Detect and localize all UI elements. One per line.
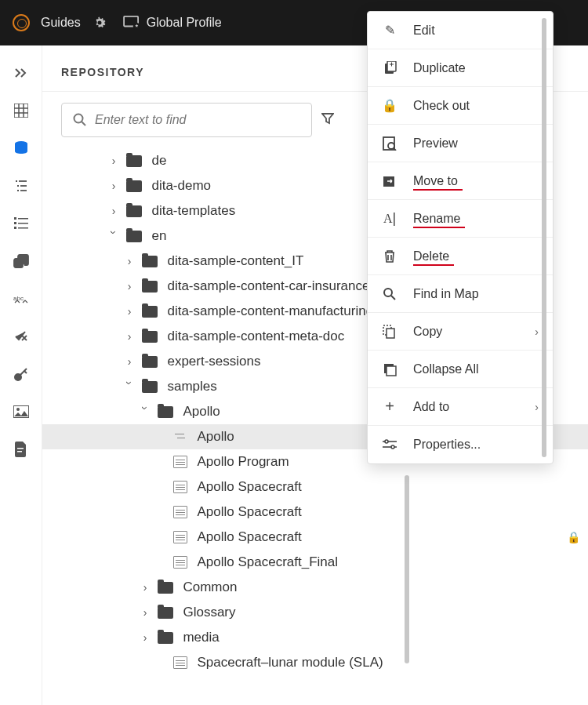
tree-folder-glossary[interactable]: › Glossary [42, 600, 588, 625]
folder-icon [142, 306, 158, 318]
folder-icon [126, 231, 142, 242]
folder-icon [158, 632, 173, 644]
topic-icon [173, 456, 187, 468]
document-icon[interactable] [13, 441, 30, 458]
svg-rect-16 [14, 222, 16, 224]
svg-rect-14 [14, 217, 16, 220]
tree-item-apollo-sc-final[interactable]: Apollo Spacecraft_Final [42, 550, 588, 575]
menu-move-to[interactable]: Move to [368, 162, 553, 200]
svg-point-34 [388, 143, 394, 149]
menu-scrollbar[interactable] [542, 18, 546, 457]
key-icon[interactable] [13, 365, 30, 383]
reuse-icon[interactable] [13, 253, 30, 270]
folder-icon [158, 582, 173, 594]
menu-duplicate[interactable]: Duplicate [368, 49, 553, 87]
svg-point-24 [16, 408, 20, 411]
svg-rect-26 [17, 451, 22, 452]
collapse-icon [382, 362, 397, 377]
svg-rect-18 [14, 227, 16, 229]
menu-find-in-map[interactable]: Find in Map [368, 275, 553, 313]
svg-rect-42 [387, 366, 396, 376]
menu-properties[interactable]: Properties... [368, 426, 553, 463]
menu-rename[interactable]: A|Rename [368, 200, 553, 238]
search-box[interactable] [61, 103, 312, 137]
folder-icon [142, 356, 158, 368]
pencil-icon: ✎ [382, 23, 397, 38]
profile-label: Global Profile [147, 16, 222, 30]
svg-rect-15 [18, 218, 28, 220]
app-label: Guides [41, 16, 81, 30]
menu-check-out[interactable]: 🔒Check out [368, 87, 553, 125]
left-icon-rail: abc [0, 45, 42, 705]
folder-icon [126, 205, 142, 217]
menu-edit[interactable]: ✎Edit [368, 12, 553, 49]
context-menu: ✎Edit Duplicate 🔒Check out Preview Move … [367, 11, 554, 464]
duplicate-icon [382, 60, 397, 76]
svg-rect-17 [18, 223, 28, 224]
repository-panel: REPOSITORY › de › dita-demo › dita-templ… [42, 45, 588, 705]
folder-icon [126, 180, 142, 192]
topic-icon [173, 481, 187, 493]
trash-icon [382, 249, 397, 264]
lock-icon: 🔒 [382, 98, 397, 114]
outline-icon[interactable] [13, 177, 30, 194]
list-icon[interactable] [13, 215, 30, 232]
sliders-icon [382, 437, 397, 452]
search-icon [382, 286, 397, 302]
search-icon [73, 113, 87, 127]
folder-icon [142, 256, 158, 267]
lock-icon: 🔒 [567, 531, 580, 543]
svg-rect-25 [17, 448, 24, 449]
svg-line-38 [391, 296, 395, 300]
folder-icon [126, 155, 142, 167]
settings-gear-icon[interactable] [92, 15, 107, 31]
chevron-right-icon: › [535, 325, 539, 338]
tree-item-apollo-sc2[interactable]: Apollo Spacecraft [42, 500, 588, 525]
menu-delete[interactable]: Delete [368, 238, 553, 275]
topic-icon [173, 531, 187, 543]
plus-icon: + [382, 399, 397, 415]
tree-folder-media[interactable]: › media [42, 625, 588, 650]
rename-icon: A| [382, 211, 397, 227]
menu-preview[interactable]: Preview [368, 125, 553, 162]
filter-icon[interactable] [321, 112, 334, 128]
folder-icon [142, 381, 158, 393]
grid-view-icon[interactable] [13, 102, 30, 119]
svg-rect-2 [14, 104, 28, 118]
app-logo-icon [13, 14, 30, 31]
folder-icon [158, 406, 173, 418]
menu-copy[interactable]: Copy› [368, 313, 553, 351]
folder-icon [158, 607, 173, 619]
profile-selector[interactable]: Global Profile [123, 16, 222, 30]
svg-rect-19 [18, 227, 28, 229]
preview-icon [382, 136, 397, 151]
expand-rail-icon[interactable] [13, 64, 30, 82]
folder-icon [142, 331, 158, 343]
svg-point-44 [385, 440, 388, 443]
ditamap-icon [173, 431, 187, 443]
topic-icon [173, 656, 187, 669]
repository-icon[interactable] [13, 140, 30, 157]
svg-point-27 [74, 114, 83, 123]
svg-rect-40 [387, 329, 394, 338]
topic-icon [173, 556, 187, 569]
profile-screen-icon [123, 16, 140, 30]
image-icon[interactable] [13, 403, 30, 420]
svg-point-22 [15, 374, 21, 380]
tree-item-sla[interactable]: Spacecraft–lunar module (SLA) [42, 650, 588, 675]
chevron-right-icon: › [535, 401, 539, 413]
svg-line-28 [82, 122, 85, 125]
copy-icon [382, 324, 397, 340]
search-input[interactable] [95, 113, 300, 127]
tree-scrollbar[interactable] [405, 475, 409, 703]
tree-folder-common[interactable]: › Common [42, 575, 588, 600]
menu-add-to[interactable]: +Add to› [368, 388, 553, 426]
svg-point-46 [391, 445, 394, 449]
menu-collapse-all[interactable]: Collapse All [368, 351, 553, 388]
attributes-icon[interactable]: abc [13, 290, 30, 307]
validation-icon[interactable] [13, 328, 30, 345]
tree-item-apollo-sc1[interactable]: Apollo Spacecraft [42, 474, 588, 500]
svg-point-37 [384, 289, 392, 296]
move-icon [382, 173, 397, 189]
tree-item-apollo-sc3[interactable]: Apollo Spacecraft🔒 [42, 525, 588, 550]
